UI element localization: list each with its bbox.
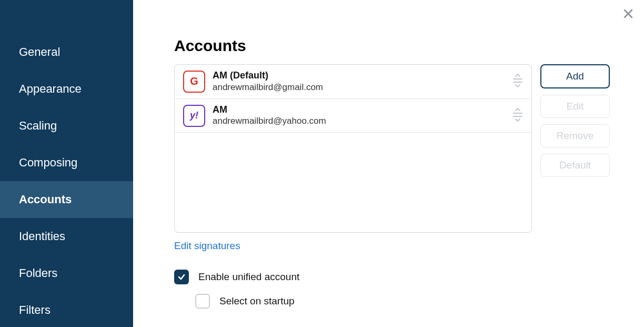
account-row[interactable]: G AM (Default) andrewmailbird@gmail.com xyxy=(175,65,531,99)
account-email: andrewmailbird@gmail.com xyxy=(213,82,512,93)
account-email: andrewmailbird@yahoo.com xyxy=(213,115,512,127)
default-button[interactable]: Default xyxy=(540,154,610,177)
enable-unified-label: Enable unified account xyxy=(198,271,299,283)
yahoo-icon: y! xyxy=(183,105,205,127)
action-buttons: Add Edit Remove Default xyxy=(540,64,610,177)
close-icon xyxy=(623,8,633,19)
sidebar: General Appearance Scaling Composing Acc… xyxy=(0,0,133,327)
google-icon: G xyxy=(183,71,205,93)
remove-button[interactable]: Remove xyxy=(540,124,610,147)
drag-handle-icon[interactable] xyxy=(512,108,523,124)
add-button[interactable]: Add xyxy=(540,64,610,88)
select-startup-label: Select on startup xyxy=(219,295,295,307)
select-startup-row: Select on startup xyxy=(195,294,618,309)
sidebar-item-appearance[interactable]: Appearance xyxy=(0,71,133,107)
account-row[interactable]: y! AM andrewmailbird@yahoo.com xyxy=(175,99,531,133)
sidebar-item-composing[interactable]: Composing xyxy=(0,144,133,181)
sidebar-item-general[interactable]: General xyxy=(0,34,133,71)
drag-handle-icon[interactable] xyxy=(512,74,523,90)
check-icon xyxy=(177,273,186,281)
edit-signatures-link[interactable]: Edit signatures xyxy=(174,240,240,252)
sidebar-item-identities[interactable]: Identities xyxy=(0,218,133,255)
sidebar-item-scaling[interactable]: Scaling xyxy=(0,107,133,144)
account-name: AM xyxy=(213,104,512,116)
page-title: Accounts xyxy=(174,37,618,55)
account-info: AM (Default) andrewmailbird@gmail.com xyxy=(213,70,512,93)
sidebar-item-accounts[interactable]: Accounts xyxy=(0,181,133,218)
main-panel: Accounts G AM (Default) andrewmailbird@g… xyxy=(133,0,644,327)
enable-unified-checkbox[interactable] xyxy=(174,270,189,284)
account-name: AM (Default) xyxy=(213,70,512,82)
edit-button[interactable]: Edit xyxy=(540,95,610,118)
accounts-area: G AM (Default) andrewmailbird@gmail.com … xyxy=(174,64,618,233)
enable-unified-row: Enable unified account xyxy=(174,270,618,284)
select-startup-checkbox[interactable] xyxy=(195,294,210,309)
close-button[interactable] xyxy=(623,8,633,21)
sidebar-item-folders[interactable]: Folders xyxy=(0,255,133,292)
accounts-list: G AM (Default) andrewmailbird@gmail.com … xyxy=(174,64,532,233)
sidebar-item-filters[interactable]: Filters xyxy=(0,292,133,327)
account-info: AM andrewmailbird@yahoo.com xyxy=(213,104,512,127)
